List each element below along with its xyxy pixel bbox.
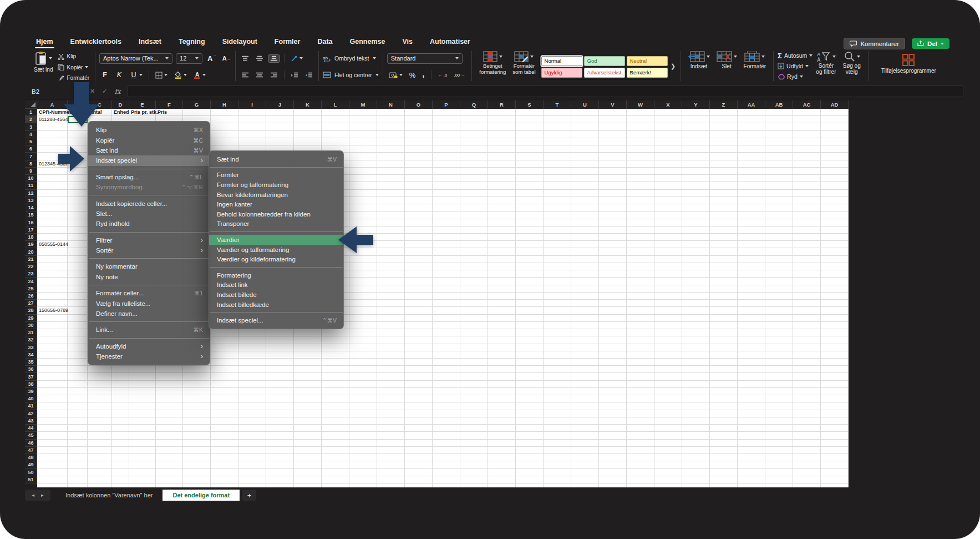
column-header-Y[interactable]: Y bbox=[682, 100, 710, 109]
row-header-20[interactable]: 20 bbox=[25, 248, 37, 255]
column-header-O[interactable]: O bbox=[405, 100, 433, 109]
ribbon-tab-automatiser[interactable]: Automatiser bbox=[429, 36, 471, 48]
cell-A28[interactable]: 150656-0789 bbox=[37, 307, 68, 314]
ribbon-tab-sidelayout[interactable]: Sidelayout bbox=[221, 36, 258, 48]
font-color-button[interactable]: A bbox=[192, 70, 207, 79]
sort-filter-button[interactable]: AÅ Sortérog filtrer bbox=[813, 50, 839, 82]
align-bottom-button[interactable] bbox=[268, 55, 280, 62]
paste-button[interactable]: Sæt ind bbox=[31, 50, 56, 74]
percent-button[interactable]: % bbox=[408, 70, 418, 80]
paste-item-indsæt-link[interactable]: Indsæt link bbox=[209, 280, 343, 290]
paste-item-indsæt-speciel[interactable]: Indsæt speciel...⌃⌘V bbox=[209, 315, 343, 325]
column-header-AC[interactable]: AC bbox=[793, 100, 821, 109]
row-header-48[interactable]: 48 bbox=[25, 454, 37, 461]
increase-decimal-button[interactable]: ←.0 bbox=[436, 72, 449, 78]
column-header-AD[interactable]: AD bbox=[821, 100, 849, 109]
comma-style-button[interactable]: , bbox=[420, 74, 426, 77]
clear-button[interactable]: Ryd bbox=[778, 72, 813, 81]
column-header-V[interactable]: V bbox=[599, 100, 627, 109]
paste-item-formler[interactable]: Formler bbox=[209, 170, 343, 180]
row-header-26[interactable]: 26 bbox=[25, 293, 37, 300]
paste-item-værdier[interactable]: Værdier bbox=[209, 235, 343, 245]
column-header-G[interactable]: G bbox=[183, 100, 211, 109]
row-header-25[interactable]: 25 bbox=[25, 285, 37, 293]
row-header-19[interactable]: 19 bbox=[25, 241, 37, 248]
addins-button[interactable]: Tilføjelsesprogrammer bbox=[878, 50, 940, 82]
row-header-5[interactable]: 5 bbox=[25, 138, 37, 145]
style-chip-neutral[interactable]: Neutral bbox=[627, 56, 668, 66]
column-header-AA[interactable]: AA bbox=[738, 100, 765, 109]
align-left-button[interactable] bbox=[240, 72, 251, 79]
row-header-18[interactable]: 18 bbox=[25, 234, 37, 241]
paste-item-ingen-kanter[interactable]: Ingen kanter bbox=[209, 199, 343, 209]
row-header-39[interactable]: 39 bbox=[25, 388, 37, 395]
delete-cells-button[interactable]: Slet bbox=[713, 50, 740, 82]
paste-item-værdier-og-talformatering[interactable]: Værdier og talformatering bbox=[209, 245, 343, 255]
row-header-16[interactable]: 16 bbox=[25, 219, 37, 226]
increase-indent-button[interactable] bbox=[303, 72, 314, 79]
menu-item-slet[interactable]: Slet... bbox=[88, 209, 210, 219]
column-header-S[interactable]: S bbox=[516, 100, 544, 109]
row-header-37[interactable]: 37 bbox=[25, 373, 37, 380]
accounting-format-button[interactable] bbox=[387, 72, 404, 79]
row-header-13[interactable]: 13 bbox=[25, 197, 37, 204]
ribbon-tab-hjem[interactable]: Hjem bbox=[35, 36, 54, 48]
paste-item-transponer[interactable]: Transponer bbox=[209, 219, 343, 229]
paste-item-formler-og-talformatering[interactable]: Formler og talformatering bbox=[209, 180, 343, 190]
decrease-indent-button[interactable] bbox=[289, 72, 300, 79]
formula-input[interactable] bbox=[128, 85, 963, 97]
gallery-expand-button[interactable]: ❯ bbox=[670, 63, 677, 70]
menu-item-indsæt-kopierede-celler[interactable]: Indsæt kopierede celler... bbox=[88, 198, 210, 208]
align-middle-button[interactable] bbox=[254, 55, 265, 62]
paste-item-indsæt-billede[interactable]: Indsæt billede bbox=[209, 290, 343, 300]
font-size-select[interactable]: 12 bbox=[176, 53, 202, 64]
row-header-23[interactable]: 23 bbox=[25, 270, 37, 278]
row-header-15[interactable]: 15 bbox=[25, 211, 37, 219]
find-select-button[interactable]: Søg ogvælg bbox=[839, 50, 864, 82]
column-header-R[interactable]: R bbox=[488, 100, 516, 109]
wrap-text-button[interactable]: ab Ombryd tekst bbox=[323, 51, 379, 66]
merge-center-button[interactable]: Flet og centrer bbox=[323, 68, 379, 82]
share-button[interactable]: Del bbox=[912, 38, 949, 49]
menu-item-indsæt-speciel[interactable]: Indsæt speciel› bbox=[88, 155, 210, 165]
column-header-H[interactable]: H bbox=[211, 100, 238, 109]
ribbon-tab-indsæt[interactable]: Indsæt bbox=[138, 36, 163, 48]
sheet-tab-indsæt-kolonnen-varenavn-her[interactable]: Indsæt kolonnen "Varenavn" her bbox=[55, 490, 163, 501]
format-painter-button[interactable]: Formatér bbox=[56, 73, 91, 83]
column-header-T[interactable]: T bbox=[544, 100, 571, 109]
row-header-44[interactable]: 44 bbox=[25, 425, 37, 432]
column-header-X[interactable]: X bbox=[654, 100, 682, 109]
column-header-F[interactable]: F bbox=[156, 100, 183, 109]
orientation-button[interactable] bbox=[289, 54, 304, 63]
fill-button[interactable]: Udfyld bbox=[778, 62, 813, 70]
row-header-49[interactable]: 49 bbox=[25, 461, 37, 469]
align-top-button[interactable] bbox=[240, 55, 251, 62]
sheet-tab-det-endelige-format[interactable]: Det endelige format bbox=[163, 490, 240, 501]
row-header-51[interactable]: 51 bbox=[25, 476, 37, 483]
column-header-P[interactable]: P bbox=[433, 100, 460, 109]
row-header-36[interactable]: 36 bbox=[25, 366, 37, 373]
menu-item-kopi-r[interactable]: Kopiér⌘C bbox=[88, 135, 210, 145]
column-header-D[interactable]: D bbox=[112, 100, 129, 109]
row-header-35[interactable]: 35 bbox=[25, 359, 37, 366]
menu-item-format-r-celler[interactable]: Formatér celler...⌘1 bbox=[88, 288, 210, 298]
copy-button[interactable]: Kopiér bbox=[56, 63, 91, 72]
row-header-42[interactable]: 42 bbox=[25, 410, 37, 417]
ribbon-tab-entwicklertools[interactable]: Entwicklertools bbox=[69, 36, 123, 48]
menu-item-sort-r[interactable]: Sortér› bbox=[88, 245, 210, 255]
menu-item-sæt-ind[interactable]: Sæt ind⌘V bbox=[88, 145, 210, 155]
row-header-40[interactable]: 40 bbox=[25, 395, 37, 402]
row-header-4[interactable]: 4 bbox=[25, 131, 37, 138]
menu-item-tjenester[interactable]: Tjenester› bbox=[88, 351, 210, 361]
ribbon-tab-formler[interactable]: Formler bbox=[273, 36, 302, 48]
menu-item-autoudfyld[interactable]: Autoudfyld› bbox=[88, 341, 210, 351]
menu-item-vælg-fra-rulleliste[interactable]: Vælg fra rulleliste... bbox=[88, 298, 210, 308]
row-header-33[interactable]: 33 bbox=[25, 344, 37, 351]
row-header-1[interactable]: 1 bbox=[25, 109, 37, 116]
fx-icon[interactable]: fx bbox=[114, 88, 120, 95]
cut-button[interactable]: Klip bbox=[56, 52, 91, 61]
ribbon-tab-data[interactable]: Data bbox=[316, 36, 333, 48]
insert-cells-button[interactable]: Indsæt bbox=[685, 50, 713, 82]
ribbon-tab-vis[interactable]: Vis bbox=[401, 36, 414, 48]
number-format-select[interactable]: Standard bbox=[387, 53, 463, 64]
